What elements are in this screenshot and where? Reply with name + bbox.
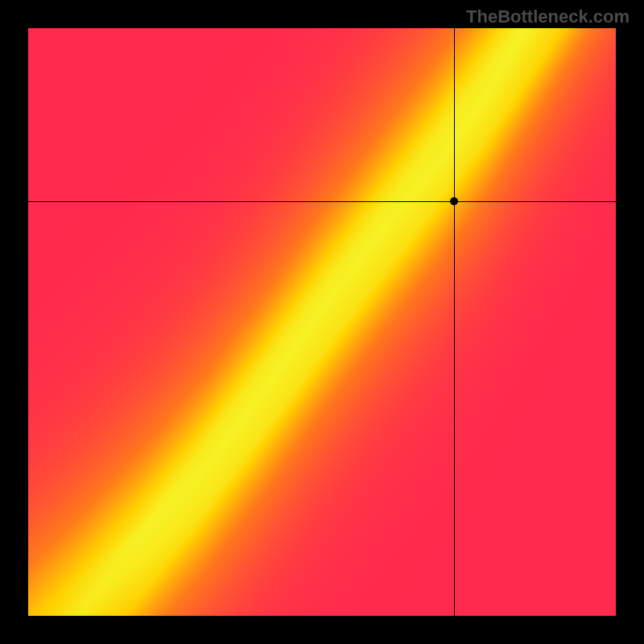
heatmap-canvas	[28, 28, 616, 616]
crosshair-vertical	[454, 28, 455, 616]
heatmap-plot	[28, 28, 616, 616]
watermark: TheBottleneck.com	[466, 6, 630, 27]
marker-dot	[450, 197, 458, 205]
crosshair-horizontal	[28, 201, 616, 202]
